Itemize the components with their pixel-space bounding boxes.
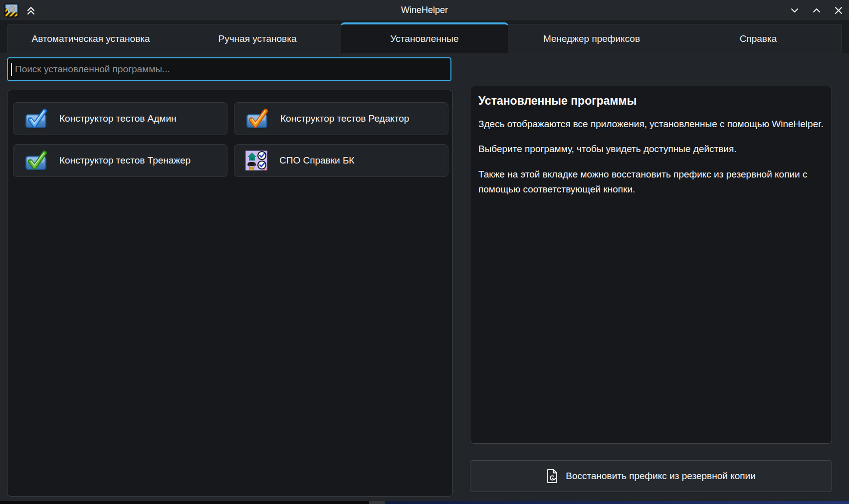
program-card-spo-bk[interactable]: 2.5 СПО Справки БК (234, 144, 448, 177)
chevron-down-icon (789, 4, 801, 16)
info-panel: Установленные программы Здесь отображают… (470, 86, 832, 444)
winehelper-app-icon (4, 3, 18, 17)
tab-strip: Автоматическая установка Ручная установк… (7, 24, 842, 53)
text-caret (11, 63, 12, 76)
window-title: WineHelper (0, 5, 849, 15)
desktop-edge-navy (385, 501, 849, 504)
double-chevron-up-icon (25, 4, 37, 16)
restore-prefix-label: Восстановить префикс из резервной копии (566, 471, 756, 482)
orange-check-program-icon (245, 108, 268, 129)
chevron-up-icon (811, 4, 823, 16)
green-check-program-icon (24, 150, 47, 171)
spo-spravki-bk-icon: 2.5 (245, 151, 267, 170)
tab-manual-install[interactable]: Ручная установка (174, 24, 341, 53)
tab-help[interactable]: Справка (675, 24, 842, 53)
desktop-edge-gray (369, 501, 385, 504)
shade-window-button[interactable] (24, 4, 37, 17)
svg-text:2.5: 2.5 (263, 168, 267, 170)
tab-automatic-install[interactable]: Автоматическая установка (7, 24, 174, 53)
program-name: СПО Справки БК (279, 155, 354, 166)
close-icon (833, 4, 845, 16)
window-controls (788, 0, 845, 21)
maximize-button[interactable] (810, 4, 823, 17)
program-name: Конструктор тестов Админ (59, 113, 177, 124)
program-card-admin[interactable]: Конструктор тестов Админ (13, 102, 227, 135)
document-restore-icon (546, 469, 558, 483)
program-name: Конструктор тестов Тренажер (59, 155, 191, 166)
restore-prefix-button[interactable]: Восстановить префикс из резервной копии (470, 460, 832, 492)
installed-programs-panel: Конструктор тестов Админ Конструктор тес… (7, 90, 453, 497)
program-name: Конструктор тестов Редактор (280, 113, 409, 124)
info-paragraph: Здесь отображаются все приложения, устан… (478, 117, 824, 132)
search-input[interactable] (7, 57, 451, 81)
desktop-edge-black (0, 501, 369, 504)
program-card-trenazher[interactable]: Конструктор тестов Тренажер (13, 144, 227, 177)
titlebar[interactable]: WineHelper (0, 0, 849, 21)
program-card-redaktor[interactable]: Конструктор тестов Редактор (234, 102, 448, 135)
info-panel-title: Установленные программы (478, 94, 824, 108)
tab-bar: Автоматическая установка Ручная установк… (0, 21, 849, 53)
desktop-edge-strip (0, 501, 849, 504)
minimize-button[interactable] (788, 4, 801, 17)
info-paragraph: Также на этой вкладке можно восстановить… (478, 167, 824, 197)
tab-prefix-manager[interactable]: Менеджер префиксов (508, 24, 675, 53)
tab-installed[interactable]: Установленные (341, 22, 508, 53)
info-paragraph: Выберите программу, чтобы увидеть доступ… (478, 142, 824, 157)
close-button[interactable] (832, 4, 845, 17)
blue-check-program-icon (24, 108, 47, 129)
